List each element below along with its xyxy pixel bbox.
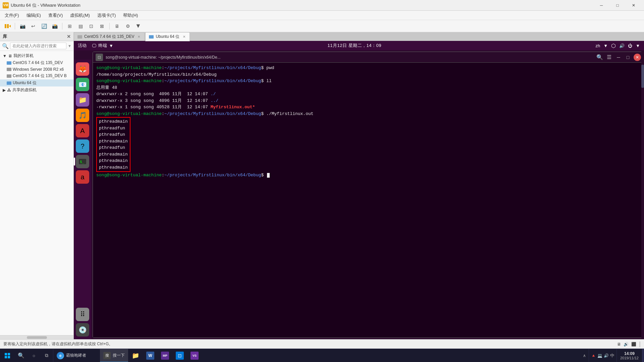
tree-item-mycomputer[interactable]: ▼ 🖥 我的计算机 xyxy=(0,52,73,59)
menu-help[interactable]: 帮助(H) xyxy=(120,11,141,19)
taskbar-show-desktop-btn[interactable] xyxy=(642,349,644,362)
toolbar-fullscreen-btn[interactable]: ⊞ xyxy=(65,21,74,31)
taskbar-app-search[interactable]: 搜 搜一下 xyxy=(100,349,128,362)
taskbar-app-mediaplayer[interactable]: MP xyxy=(158,349,172,362)
topbar-power-icon[interactable]: ⏻ xyxy=(628,43,632,48)
term-line-7: -rwxrwxr-x 1 song song 40528 11月 12 14:0… xyxy=(96,104,640,111)
terminal-restore-btn[interactable]: □ xyxy=(624,54,632,61)
toolbar-dropdown[interactable]: ▼ xyxy=(135,22,141,29)
dock-icon-amazon[interactable]: a xyxy=(76,170,89,184)
topbar-power-dropdown: ▼ xyxy=(636,43,640,48)
dock-icon-apps[interactable]: ⠿ xyxy=(76,308,89,321)
tray-icon-network[interactable]: 💻 xyxy=(597,353,602,358)
taskbar-clock[interactable]: 14:09 2019/11/12 xyxy=(616,349,642,362)
tree-item-ubuntu[interactable]: Ubuntu 64 位 xyxy=(0,79,73,86)
toolbar-fit-btn[interactable]: ⊡ xyxy=(87,21,96,31)
menu-file[interactable]: 文件(F) xyxy=(1,11,22,19)
tree-item-centos1[interactable]: CentOS 7.4 64 位 135_DEV xyxy=(0,59,73,66)
library-search-input[interactable] xyxy=(10,43,66,49)
tree-item-shared[interactable]: ▶ 🖧 共享的虚拟机 xyxy=(0,86,73,94)
taskbar-search-btn[interactable]: 🔍 xyxy=(15,349,28,362)
tab-close-btn[interactable]: ✕ xyxy=(138,35,140,39)
dock-icon-files[interactable]: 📁 xyxy=(76,93,89,107)
toolbar-console-btn[interactable]: 🖥 xyxy=(112,21,122,31)
topbar-right: zh ▼ ⬡ 🔊 ⏻ ▼ xyxy=(596,43,640,49)
taskbar-app-word[interactable]: W xyxy=(143,349,158,362)
dock-icon-help[interactable]: ? xyxy=(76,139,89,153)
statusbar-sound-icon: 🔊 xyxy=(624,342,629,347)
tree-item-winserver[interactable]: Windows Server 2008 R2 x6 xyxy=(0,66,73,72)
taskbar-fileexplorer-icon: 📁 xyxy=(132,352,139,359)
menu-vm[interactable]: 虚拟机(M) xyxy=(67,11,93,19)
close-button[interactable]: ✕ xyxy=(626,0,641,11)
menu-edit[interactable]: 编辑(E) xyxy=(23,11,44,19)
topbar-network-icon[interactable]: ⬡ xyxy=(611,43,616,49)
library-close-btn[interactable]: ✕ xyxy=(67,34,71,39)
taskbar-cortana-btn[interactable]: ○ xyxy=(28,349,40,362)
toolbar-revert-btn[interactable]: ↩ xyxy=(29,21,38,31)
menu-view[interactable]: 查看(V) xyxy=(45,11,66,19)
taskbar-app-vs[interactable]: VS xyxy=(187,349,202,362)
toolbar-fit2-btn[interactable]: ⊠ xyxy=(97,21,107,31)
term-line-prompt-final: song@song-virtual-machine:~/projects/Myf… xyxy=(96,172,640,179)
toolbar-snapshot-btn[interactable]: 📷 xyxy=(18,21,27,31)
start-button[interactable] xyxy=(0,349,15,362)
tray-icon-volume[interactable]: 🔊 xyxy=(604,353,609,358)
topbar-volume-icon[interactable]: 🔊 xyxy=(619,43,625,48)
svg-rect-7 xyxy=(5,356,7,358)
statusbar-message: 要将输入定向到该虚拟机，请在虚拟机内部单击或按 Ctrl+G。 xyxy=(3,341,113,347)
term-line-2: /home/song/projects/Myfirstlinux/bin/x64… xyxy=(96,71,640,78)
tab-close-btn[interactable]: ✕ xyxy=(183,35,185,39)
tree-item-centos2[interactable]: CentOS 7.4 64 位 135_DEV B xyxy=(0,72,73,79)
topbar-lang[interactable]: zh xyxy=(596,43,600,48)
terminal-search-btn[interactable]: 🔍 xyxy=(596,54,603,61)
topbar-activities[interactable]: 活动 xyxy=(78,43,87,49)
tray-show-icons-btn[interactable]: ∧ xyxy=(581,349,589,362)
dock-icon-disk[interactable]: 💿 xyxy=(76,323,89,337)
term-pthread-2: pthreadfun xyxy=(99,125,128,132)
terminal-titlebar-left: ⊡ song@song-virtual-machine: ~/projects/… xyxy=(96,54,221,61)
minimize-button[interactable]: ─ xyxy=(594,0,609,11)
term-exe: Myfirstlinux.out* xyxy=(211,105,255,110)
dock-icon-appstore[interactable]: A xyxy=(76,124,89,137)
taskbar-taskview-btn[interactable]: ⧉ xyxy=(40,349,53,362)
terminal-minimize-btn[interactable]: ─ xyxy=(615,54,622,61)
term-pthread-box: pthreadmain pthreadfun pthreadfun pthrea… xyxy=(96,117,130,172)
library-search-dropdown[interactable]: ▼ xyxy=(68,44,71,48)
window-controls: ─ □ ✕ xyxy=(594,0,641,11)
dock-icon-email[interactable]: 📧 xyxy=(76,78,89,91)
tab-centos[interactable]: CentOS 7.4 64 位 135_DEV ✕ xyxy=(74,32,145,41)
vm-tab-bar: CentOS 7.4 64 位 135_DEV ✕ Ubuntu 64 位 ✕ xyxy=(74,32,644,41)
terminal-label: 终端 xyxy=(98,43,107,49)
taskbar-app-ie[interactable]: e 霸狼咆哮者 xyxy=(53,349,100,362)
tree-folder-icon: 🖧 xyxy=(7,88,11,93)
vm-right-scrollbar[interactable] xyxy=(641,50,644,339)
tab-label: Ubuntu 64 位 xyxy=(156,34,179,40)
maximize-button[interactable]: □ xyxy=(610,0,625,11)
toolbar-pause-btn[interactable] xyxy=(3,21,12,31)
library-scrollbar[interactable] xyxy=(0,335,73,339)
tray-icon-lang[interactable]: 中 xyxy=(610,353,614,359)
terminal-area: ⊡ song@song-virtual-machine: ~/projects/… xyxy=(91,50,644,339)
dock-icon-music[interactable]: 🎵 xyxy=(76,109,89,122)
tab-ubuntu[interactable]: Ubuntu 64 位 ✕ xyxy=(145,32,190,41)
taskbar-app-fileexplorer[interactable]: 📁 xyxy=(128,349,143,362)
library-header: 库 ✕ xyxy=(0,32,73,41)
toolbar-snapshot2-btn[interactable]: 🔄 xyxy=(39,21,49,31)
terminal-body[interactable]: song@song-virtual-machine:~/projects/Myf… xyxy=(93,63,644,338)
tray-icon-1[interactable]: 🔺 xyxy=(591,353,596,358)
terminal-menu-btn[interactable]: ☰ xyxy=(605,54,613,61)
term-dir: ./ xyxy=(211,92,216,97)
toolbar-settings-btn[interactable]: ⚙ xyxy=(123,21,132,31)
toolbar-unity-btn[interactable]: ▤ xyxy=(76,21,85,31)
term-line-4: 总用量 48 xyxy=(96,84,640,91)
topbar-terminal-menu[interactable]: 🖵 终端 ▼ xyxy=(92,43,113,49)
toolbar-snapshot3-btn[interactable]: 📸 xyxy=(50,21,59,31)
dock-icon-firefox[interactable]: 🦊 xyxy=(76,62,89,76)
menubar: 文件(F) 编辑(E) 查看(V) 虚拟机(M) 选项卡(T) 帮助(H) xyxy=(0,11,644,20)
taskbar-app-store[interactable]: ⊡ xyxy=(172,349,187,362)
dock-icon-terminal[interactable]: $_ xyxy=(76,155,89,168)
tree-vm-icon xyxy=(7,74,11,78)
menu-tabs[interactable]: 选项卡(T) xyxy=(94,11,119,19)
terminal-close-btn[interactable]: ✕ xyxy=(634,54,641,61)
